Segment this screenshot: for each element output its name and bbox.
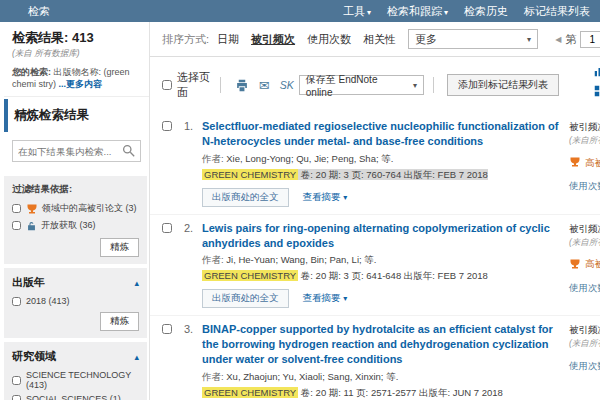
view-abstract-link[interactable]: 查看摘要 ▾ (303, 292, 348, 305)
result-checkbox-cell (162, 221, 184, 309)
journal-name-highlighted: GREEN CHEMISTRY (202, 387, 298, 398)
results-summary: 检索结果: 413 (来自 所有数据库) 您的检索: 出版物名称: (green… (4, 22, 149, 97)
toolbar: 选择页面 ✉ SK 保存至 EndNote online ▾ 添加到标记结果列表… (150, 57, 600, 113)
your-search: 您的检索: 出版物名称: (green chemi stry) ...更多内容 (12, 66, 141, 90)
result-title-link[interactable]: Lewis pairs for ring-opening alternating… (202, 221, 559, 251)
trophy-icon (569, 258, 585, 272)
facet-item-label: SOCIAL SCIENCES (1) (26, 394, 121, 400)
save-to-endnote-select[interactable]: 保存至 EndNote online ▾ (299, 75, 424, 95)
times-cited-label: 被引频次: (569, 223, 600, 234)
result-checkbox-cell (162, 322, 184, 400)
results-list: 1.Selectfluor-mediated regioselective nu… (150, 113, 600, 400)
result-body: BINAP-copper supported by hydrotalcite a… (202, 322, 569, 400)
topbar-menu-item[interactable]: 检索和跟踪▾ (387, 4, 448, 19)
refine-row: 精炼 (12, 312, 139, 331)
grid-chart-icon (594, 85, 600, 99)
analyze-results-link[interactable]: 分析检索结果 (559, 85, 600, 99)
filter-checkbox[interactable] (12, 221, 21, 230)
save-file-icon[interactable]: SK (280, 79, 294, 91)
facet-section-header[interactable]: 出版年▴ (12, 275, 139, 290)
fulltext-from-publisher-button[interactable]: 出版商处的全文 (202, 289, 289, 308)
result-citation-info: 被引频次: 13(来自所有数据库)高被引论文使用次数 (569, 119, 600, 207)
select-page-label: 选择页面 (177, 70, 211, 100)
filter-item-label: 领域中的高被引论文 (3) (42, 202, 137, 215)
facet-section: 研究领域▴SCIENCE TECHNOLOGY (413)SOCIAL SCIE… (4, 342, 147, 400)
facet-checkbox[interactable] (12, 395, 21, 400)
result-checkbox[interactable] (162, 324, 172, 334)
search-icon[interactable] (122, 144, 135, 159)
facet-checkbox[interactable] (12, 297, 21, 306)
result-links: 出版商处的全文查看摘要 ▾ (202, 289, 559, 308)
chevron-down-icon: ▾ (367, 8, 371, 17)
times-cited-label: 被引频次: (569, 324, 600, 335)
sort-option[interactable]: 被引频次 (251, 32, 295, 47)
add-to-marked-list-button[interactable]: 添加到标记结果列表 (447, 74, 559, 96)
facet-section: 出版年▴2018 (413)精炼 (4, 268, 147, 338)
facet-item-list: 2018 (413) (12, 296, 139, 306)
result-checkbox[interactable] (162, 121, 172, 131)
results-source-note: (来自 所有数据库) (12, 48, 141, 60)
chevron-down-icon: ▾ (444, 8, 448, 17)
refine-search-input[interactable] (18, 146, 122, 157)
source-details: 卷: 20 期: 11 页: 2571-2577 出版年: JUN 7 2018 (298, 387, 503, 398)
topbar-menu-item[interactable]: 工具▾ (343, 4, 371, 19)
result-authors: 作者: Ji, He-Yuan; Wang, Bin; Pan, Li; 等. (202, 254, 559, 267)
highly-cited-label: 高被引论文 (585, 258, 600, 271)
facet-item: SCIENCE TECHNOLOGY (413) (12, 370, 139, 390)
refine-button[interactable]: 精炼 (100, 238, 139, 257)
topbar-menu-item[interactable]: 检索历史 (464, 4, 508, 19)
topbar-menu-item[interactable]: 标记结果列表 (524, 4, 590, 19)
facet-item-label: 2018 (413) (26, 296, 70, 306)
select-page-checkbox[interactable] (162, 80, 172, 90)
divider (220, 77, 221, 93)
trophy-icon (26, 203, 38, 215)
sort-bar: 排序方式: 日期被引频次使用次数相关性 更多 ▾ ◀ 第 页,共 42 页 ▶ (150, 22, 600, 57)
cited-from-note: (来自所有数据库) (569, 338, 600, 350)
usage-count-toggle[interactable]: 使用次数 (569, 282, 600, 295)
facet-section-header[interactable]: 研究领域▴ (12, 349, 139, 364)
trophy-icon (569, 156, 585, 170)
page-layout: 检索结果: 413 (来自 所有数据库) 您的检索: 出版物名称: (green… (0, 22, 600, 400)
top-navigation-bar: 检索 工具▾检索和跟踪▾检索历史标记结果列表 (0, 0, 600, 22)
authors-label: 作者: (202, 371, 226, 382)
result-body: Lewis pairs for ring-opening alternating… (202, 221, 569, 309)
sort-options: 日期被引频次使用次数相关性 (217, 32, 408, 47)
result-title-link[interactable]: Selectfluor-mediated regioselective nucl… (202, 119, 559, 149)
highly-cited-badge: 高被引论文 (569, 156, 600, 170)
email-icon[interactable]: ✉ (259, 78, 270, 93)
filter-checkbox[interactable] (12, 204, 21, 213)
facet-item: SOCIAL SCIENCES (1) (12, 394, 139, 400)
filter-by-label: 过滤结果依据: (12, 183, 139, 196)
authors-names: Xu, Zhaojun; Yu, Xiaoli; Sang, Xinxin; 等… (226, 371, 398, 382)
result-citation-info: 被引频次: 6(来自所有数据库)使用次数 (569, 322, 600, 400)
result-source-meta: GREEN CHEMISTRY 卷: 20 期: 3 页: 760-764 出版… (202, 169, 559, 182)
prev-page-arrow-icon[interactable]: ◀ (555, 35, 561, 44)
result-title-link[interactable]: BINAP-copper supported by hydrotalcite a… (202, 322, 559, 367)
fulltext-from-publisher-button[interactable]: 出版商处的全文 (202, 188, 289, 207)
chevron-down-icon: ▾ (403, 81, 417, 90)
result-item: 1.Selectfluor-mediated regioselective nu… (150, 113, 600, 215)
sort-more-select[interactable]: 更多 ▾ (408, 29, 538, 49)
result-body: Selectfluor-mediated regioselective nucl… (202, 119, 569, 207)
refine-button[interactable]: 精炼 (100, 312, 139, 331)
sort-option[interactable]: 使用次数 (307, 32, 351, 47)
view-abstract-link[interactable]: 查看摘要 ▾ (303, 191, 348, 204)
chevron-down-icon: ▾ (343, 294, 347, 303)
page-number-input[interactable] (580, 31, 600, 48)
print-icon[interactable] (235, 79, 249, 92)
result-checkbox[interactable] (162, 223, 172, 233)
create-citation-report-link[interactable]: 创建引文报告 (559, 65, 600, 79)
result-item: 2.Lewis pairs for ring-opening alternati… (150, 215, 600, 317)
usage-count-toggle[interactable]: 使用次数 (569, 180, 600, 193)
times-cited: 被引频次: 8 (569, 223, 600, 236)
usage-count-toggle[interactable]: 使用次数 (569, 360, 600, 373)
nav-search[interactable]: 检索 (28, 4, 50, 19)
result-source-meta: GREEN CHEMISTRY 卷: 20 期: 11 页: 2571-2577… (202, 387, 559, 400)
filter-item: 领域中的高被引论文 (3) (12, 202, 139, 215)
more-link[interactable]: ...更多内容 (59, 79, 103, 89)
facet-checkbox[interactable] (12, 376, 21, 385)
authors-label: 作者: (202, 254, 226, 265)
result-item: 3.BINAP-copper supported by hydrotalcite… (150, 316, 600, 400)
sort-option[interactable]: 日期 (217, 32, 239, 47)
sort-option[interactable]: 相关性 (363, 32, 396, 47)
